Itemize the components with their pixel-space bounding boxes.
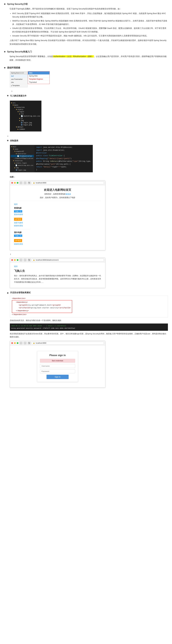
dropdown-item-che: che bbox=[10, 81, 27, 84]
ide-tree-img2: ▶ img bbox=[11, 166, 34, 169]
browser-forward-1[interactable]: → bbox=[24, 181, 27, 184]
movie-link-gorilla-2[interactable]: 猩猩吃香蕉 bbox=[14, 243, 23, 245]
divider-2 bbox=[14, 229, 30, 229]
url-text-2: localhost:8080/detail/common/1 bbox=[36, 259, 59, 261]
controller-label: 控制器类 bbox=[10, 140, 18, 142]
ide-tree-chapter07: ▼ chapter07 bbox=[11, 150, 34, 152]
browser-reload-1[interactable]: ↻ bbox=[28, 181, 31, 184]
overseas-vip-list: 猩猩吃香蕉 bbox=[14, 243, 30, 245]
browser-btn-red-2[interactable] bbox=[11, 259, 13, 261]
signin-error: Bad credentials bbox=[40, 359, 75, 363]
login-link[interactable]: 请登录 bbox=[66, 193, 71, 195]
controller-section: 控制器类 ▼ main ▼ java ▼ cha bbox=[7, 140, 168, 174]
intro-list: MVC Security 是基于Spring MVC 框架搭建的 Web 应用的… bbox=[12, 12, 168, 38]
browser-body-1: 欢迎进入电影网站首页 游客您好，如果想查看电影请登录 您好，您的用户权限为，您有… bbox=[10, 185, 105, 250]
log-line-2: Using generated security password: cf46f… bbox=[11, 327, 167, 330]
down-arrow: ↓ bbox=[11, 89, 168, 92]
movie-link-xialuo[interactable]: 夏洛特烦恼 bbox=[14, 213, 23, 216]
movie-link-feichi[interactable]: 飞驰人生 bbox=[14, 210, 22, 212]
ide-tree-controller: ▼ controller bbox=[11, 152, 34, 155]
quickstart-body: Spring Security快速入门 Spring Security的安全管理… bbox=[7, 50, 168, 63]
dropdown-left-panel: Spring Boot 2.3.0 leaf use Freemarker ch… bbox=[10, 71, 28, 87]
browser-window-1: ← → ↻ 🔒 localhost:8080 欢迎进入电影网站首页 游客您好，如… bbox=[10, 180, 105, 250]
after-log-desc: 然后登陆页面面也不会直接访问index页面，而会要求登录页面。其中，项目没有创建… bbox=[10, 332, 168, 338]
code-line-5: public class FilmController { bbox=[36, 154, 91, 157]
browser-btn-red-1[interactable] bbox=[11, 182, 13, 184]
intro-list-item-1: MVC Security 是基于Spring MVC 框架搭建的 Web 应用的… bbox=[12, 12, 168, 18]
security-test-header: 开启安全管理效果测试 bbox=[7, 291, 168, 294]
browser-btn-green-3[interactable] bbox=[17, 342, 18, 344]
signin-button[interactable]: Sign in bbox=[47, 375, 69, 379]
back-link-2[interactable]: 返回 bbox=[14, 265, 101, 268]
tree-main: ▼main bbox=[11, 104, 40, 106]
movie-site-info: 您好，您的用户权限为，您有权观看以下电影 bbox=[14, 196, 101, 199]
detail-movie-desc: 简介：曾经在赛车界叱咤风云，如今却只能经营炒饭大排档的赛车手张驰（沈腾饰）决定重… bbox=[14, 274, 101, 284]
code-line-9: @PathVariable("path")String path) { bbox=[36, 163, 91, 166]
tree-bootstrap-file: 📄bootstrap.min.css bbox=[11, 115, 40, 117]
dropdown-right-panel: Web Spring Web Template Engines Thymelea… bbox=[28, 71, 50, 84]
code-line-4: @Controller bbox=[36, 152, 91, 154]
browser-window-3: ← → ↻ 🔒 localhost:8080 Please sign in B bbox=[10, 340, 105, 388]
quickstart-para: Spring Security的安全管理有两个重要概念，分别是Authentic… bbox=[9, 54, 168, 62]
browser-btn-green-2[interactable] bbox=[17, 259, 18, 261]
browser-toolbar-2: ← → ↻ 🔒 localhost:8080/detail/common/1 bbox=[10, 258, 105, 262]
tree-src: ▼src bbox=[11, 102, 40, 104]
browser-forward-3[interactable]: → bbox=[24, 342, 27, 344]
browser-btn-green-1[interactable] bbox=[17, 182, 18, 184]
xml-line-5: </dependencies> bbox=[12, 313, 166, 316]
page-container: Spring Security介绍 它是基于Spring生态圈的，用于提供安全访… bbox=[0, 0, 172, 396]
xml-line-3: <artifactId>spring-boot-starter-security… bbox=[13, 306, 71, 309]
springboot-dropdown-diagram: Spring Boot 2.3.0 leaf use Freemarker ch… bbox=[10, 71, 168, 87]
browser-window-2: ← → ↻ 🔒 localhost:8080/detail/common/1 返… bbox=[10, 258, 105, 288]
password-input[interactable] bbox=[40, 369, 75, 373]
browser-btn-yellow-1[interactable] bbox=[14, 182, 16, 184]
browser-back-1[interactable]: ← bbox=[19, 181, 22, 184]
back-link-1[interactable]: 返回 bbox=[14, 203, 101, 206]
movie-link-overseas-feichi[interactable]: 飞驰人生 bbox=[14, 234, 22, 237]
movie-item-xialuo: 夏洛特烦恼 bbox=[14, 213, 30, 216]
xml-highlighted-block: <dependency> <groupId>org.springframewor… bbox=[12, 300, 72, 313]
browser-back-2[interactable]: ← bbox=[19, 258, 22, 262]
movie-link-speed[interactable]: 速度与激情 bbox=[14, 222, 23, 224]
env-setup-title: 基础环境搭建 bbox=[7, 66, 168, 69]
browser-body-3: Please sign in Bad credentials Sign in bbox=[10, 346, 105, 388]
movie-item-overseas-feichi: 飞驰人生 bbox=[14, 234, 30, 237]
tree-detail-folder: ▼detail bbox=[11, 126, 40, 128]
bullet-marker-3 bbox=[4, 67, 5, 68]
browser-body-2: 返回 飞驰人生 简介：曾经在赛车界叱咤风云，如今却只能经营炒饭大排档的赛车手张驰… bbox=[10, 262, 105, 288]
overseas-title: 国外电影 bbox=[14, 231, 30, 234]
dropdown-right-header: Web bbox=[28, 72, 50, 74]
tree-login-png: 🖼login.png bbox=[11, 124, 40, 126]
movie-site-title: 欢迎进入电影网站首页 bbox=[14, 188, 101, 192]
browser-reload-2[interactable]: ↻ bbox=[28, 258, 31, 262]
ide-tree-java: ▼ java bbox=[11, 148, 34, 150]
movie-layout: 普通电影 飞驰人生 夏洛特烦恼 bbox=[14, 207, 101, 248]
movie-link-gorilla[interactable]: 猩猩吃香蕉 bbox=[14, 225, 23, 227]
env-setup-body: 基础环境搭建 Spring Boot 2.3.0 leaf use Freema… bbox=[7, 66, 168, 390]
dropdown-item-spring-web: Spring Web bbox=[28, 74, 50, 78]
security-test-section: 开启安全管理效果测试 <dependencies> <dependency> <… bbox=[7, 291, 168, 388]
intro-list-item-2: WebFlux Security 是 Spring Boot 整合 Spring… bbox=[12, 19, 168, 26]
vip-section: VIP专区 速度与激情 猩猩吃香蕉 bbox=[14, 218, 30, 227]
highlight-authentication: Authentication（认证）和Authorization（授权） bbox=[53, 55, 94, 58]
url-bar-container-1: 🔒 localhost:8080 bbox=[32, 182, 104, 184]
browser-btn-red-3[interactable] bbox=[11, 342, 13, 344]
dropdown-item-templates: y Templates bbox=[10, 84, 27, 87]
intro-para-1: 它是基于Spring生态圈的，用于提供安全访问控制解决方案的框架。实现了Spri… bbox=[9, 7, 168, 11]
browser-back-3[interactable]: ← bbox=[19, 342, 22, 344]
browser-btn-yellow-3[interactable] bbox=[14, 342, 16, 344]
spring-security-intro-section: Spring Security介绍 它是基于Spring生态圈的，用于提供安全访… bbox=[4, 3, 168, 47]
intro-title: Spring Security介绍 bbox=[7, 3, 168, 6]
ide-tree-loginjpg: 🖼 login.jpg bbox=[11, 169, 34, 171]
browser-reload-3[interactable]: ↻ bbox=[28, 342, 31, 344]
code-line-10: return "detail/"+type+"/"+path; bbox=[36, 166, 91, 168]
lock-icon-2: 🔒 bbox=[33, 259, 35, 261]
username-input[interactable] bbox=[40, 364, 75, 368]
controller-row: 控制器类 bbox=[7, 140, 168, 142]
browser-forward-2[interactable]: → bbox=[24, 258, 27, 262]
dropdown-item-thymeleaf: Thymeleaf bbox=[28, 81, 50, 84]
browser-btn-yellow-2[interactable] bbox=[14, 259, 16, 261]
xml-line-1: <dependency> bbox=[13, 301, 71, 304]
bullet-marker-security bbox=[7, 292, 8, 294]
bullet-marker-2 bbox=[4, 51, 5, 52]
